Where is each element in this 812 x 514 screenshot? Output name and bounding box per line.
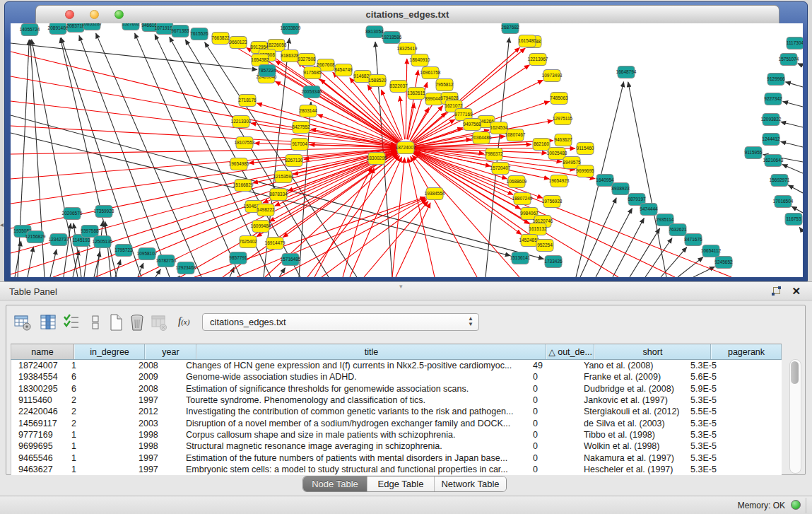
graph-node[interactable]: 1795723 bbox=[114, 245, 133, 257]
table-row[interactable]: 1938455462009Genome-wide association stu… bbox=[11, 371, 782, 382]
table-cell[interactable]: Corpus callosum shape and size in male p… bbox=[183, 430, 530, 440]
select-all-checks-icon[interactable] bbox=[63, 313, 83, 333]
table-cell[interactable]: Genome-wide association studies in ADHD. bbox=[183, 372, 530, 382]
table-row[interactable]: 946362711997Embryonic stem cells: a mode… bbox=[11, 464, 782, 475]
table-cell[interactable]: 2 bbox=[68, 419, 135, 428]
graph-node[interactable]: 12342737 bbox=[49, 234, 69, 246]
column-header-name[interactable]: name bbox=[11, 344, 74, 359]
table-cell[interactable]: 6 bbox=[68, 372, 135, 382]
graph-node[interactable]: 862160 bbox=[533, 139, 550, 151]
memory-status-led[interactable] bbox=[791, 500, 801, 510]
delete-trash-icon[interactable] bbox=[128, 313, 148, 333]
graph-node[interactable]: 12505135 bbox=[93, 236, 113, 248]
graph-node[interactable]: 8938923 bbox=[611, 183, 630, 195]
graph-node[interactable]: 14055724 bbox=[20, 24, 40, 36]
graph-node[interactable]: 18807249 bbox=[512, 193, 533, 205]
panel-collapse-arrow[interactable]: ◂ bbox=[0, 221, 4, 228]
table-cell[interactable]: 1 bbox=[68, 361, 135, 370]
column-header-year[interactable]: year bbox=[145, 344, 196, 359]
graph-node[interactable]: 18300295 bbox=[367, 153, 387, 165]
graph-edge[interactable] bbox=[783, 102, 803, 107]
graph-node[interactable]: 12975115 bbox=[553, 113, 573, 125]
graph-node[interactable]: 9129966 bbox=[767, 74, 785, 86]
graph-node[interactable]: 1244412 bbox=[762, 134, 780, 146]
graph-edge[interactable] bbox=[798, 64, 803, 66]
table-cell[interactable]: Stergiakouli et al. (2012) bbox=[575, 407, 683, 416]
table-cell[interactable]: 6 bbox=[68, 384, 135, 394]
graph-edge[interactable] bbox=[194, 197, 425, 277]
graph-node[interactable]: 9857791 bbox=[229, 252, 247, 264]
graph-node[interactable]: 18325419 bbox=[397, 43, 418, 55]
graph-node[interactable]: 10807467 bbox=[505, 129, 526, 141]
graph-edge[interactable] bbox=[415, 151, 731, 277]
graph-node[interactable]: 1117304 bbox=[787, 37, 803, 49]
new-document-icon[interactable] bbox=[107, 313, 126, 333]
graph-node[interactable]: 19654923 bbox=[549, 175, 570, 187]
splitter-grip-icon[interactable]: ▾ bbox=[399, 283, 404, 290]
close-panel-icon[interactable]: ✕ bbox=[792, 285, 801, 298]
table-cell[interactable]: Nakamura et al. (1997) bbox=[575, 453, 683, 463]
graph-node[interactable]: 10654112 bbox=[701, 245, 722, 257]
table-cell[interactable]: Estimation of the future numbers of pati… bbox=[183, 453, 530, 463]
graph-node[interactable]: 9327508 bbox=[298, 54, 316, 66]
graph-node[interactable]: 7625402 bbox=[239, 236, 257, 248]
table-cell[interactable]: 1 bbox=[68, 441, 135, 451]
graph-node[interactable]: 16914479 bbox=[265, 238, 286, 250]
graph-edge[interactable] bbox=[11, 126, 396, 147]
graph-node[interactable]: 19218586 bbox=[382, 32, 402, 44]
table-row[interactable]: 977716911998Corpus callosum shape and si… bbox=[11, 429, 782, 440]
table-cell[interactable]: 5.3E-5 bbox=[683, 395, 747, 405]
graph-edge[interactable] bbox=[799, 227, 803, 232]
table-cell[interactable]: 18300295 bbox=[11, 384, 68, 394]
table-cell[interactable]: Embryonic stem cells: a model to study s… bbox=[183, 465, 530, 474]
network-view-window[interactable]: citations_edges.txt 18724007183002951938… bbox=[4, 1, 808, 281]
graph-node[interactable]: 12093822 bbox=[761, 114, 782, 126]
graph-node[interactable]: 16961758 bbox=[420, 67, 441, 79]
graph-node[interactable]: 20053346 bbox=[302, 86, 322, 98]
table-cell[interactable]: Estimation of significance thresholds fo… bbox=[183, 384, 530, 394]
column-header-short[interactable]: short bbox=[594, 344, 711, 359]
table-cell[interactable]: 0 bbox=[530, 465, 575, 474]
graph-node[interactable]: 10688609 bbox=[507, 176, 527, 188]
column-header-pagerank[interactable]: pagerank bbox=[711, 344, 782, 359]
table-cell[interactable]: Jankovic et al. (1997) bbox=[575, 395, 683, 405]
table-cell[interactable]: Tourette syndrome. Phenomenology and cla… bbox=[183, 395, 530, 405]
network-canvas[interactable]: 1872400718300295193845549660123891295418… bbox=[11, 23, 803, 277]
graph-node[interactable]: 1527602 bbox=[122, 23, 140, 30]
table-cell[interactable]: 49 bbox=[530, 361, 575, 370]
graph-edge[interactable] bbox=[50, 250, 57, 277]
graph-node[interactable]: 16099484 bbox=[251, 221, 271, 233]
graph-node[interactable]: 1640954 bbox=[596, 175, 614, 187]
rows-toggle-icon[interactable] bbox=[86, 313, 106, 333]
table-cell[interactable]: Tibbo et al. (1998) bbox=[575, 430, 683, 440]
graph-edge[interactable] bbox=[367, 85, 401, 141]
graph-edge[interactable] bbox=[630, 228, 660, 277]
graph-node[interactable]: 7663822 bbox=[211, 33, 230, 45]
graph-edge[interactable] bbox=[254, 143, 397, 147]
graph-edge[interactable] bbox=[400, 96, 405, 139]
table-cell[interactable]: Structural magnetic resonance image aver… bbox=[183, 441, 530, 451]
graph-edge[interactable] bbox=[381, 90, 402, 140]
graph-node[interactable]: 1615480 bbox=[518, 35, 536, 47]
table-cell[interactable]: 0 bbox=[530, 430, 575, 440]
graph-node[interactable]: 9175685 bbox=[303, 67, 322, 79]
graph-node[interactable]: 15692971 bbox=[770, 175, 790, 187]
function-builder-icon[interactable]: f(x) bbox=[178, 315, 198, 335]
graph-node[interactable]: 8322037 bbox=[389, 81, 408, 93]
graph-node[interactable]: 9474444 bbox=[640, 204, 658, 216]
graph-node[interactable]: 15720407 bbox=[490, 163, 511, 175]
graph-node[interactable]: 1588520 bbox=[368, 75, 387, 87]
table-cell[interactable]: 1 bbox=[68, 465, 135, 474]
graph-node[interactable]: 18107553 bbox=[235, 137, 255, 149]
table-cell[interactable]: 0 bbox=[530, 407, 575, 416]
graph-node[interactable]: 7485063 bbox=[550, 93, 568, 105]
graph-node[interactable]: 9245652 bbox=[714, 257, 733, 269]
graph-edge[interactable] bbox=[406, 59, 407, 139]
graph-node[interactable]: 9115460 bbox=[577, 143, 594, 155]
graph-node[interactable]: 2803144 bbox=[299, 105, 317, 117]
graph-node[interactable]: 16648794 bbox=[616, 66, 637, 78]
graph-edge[interactable] bbox=[179, 276, 180, 277]
table-cell[interactable]: Dudbridge et al. (2008) bbox=[575, 384, 683, 394]
graph-node[interactable]: 9660123 bbox=[229, 37, 247, 49]
table-row[interactable]: 1456911722003Disruption of a novel membe… bbox=[11, 417, 782, 428]
